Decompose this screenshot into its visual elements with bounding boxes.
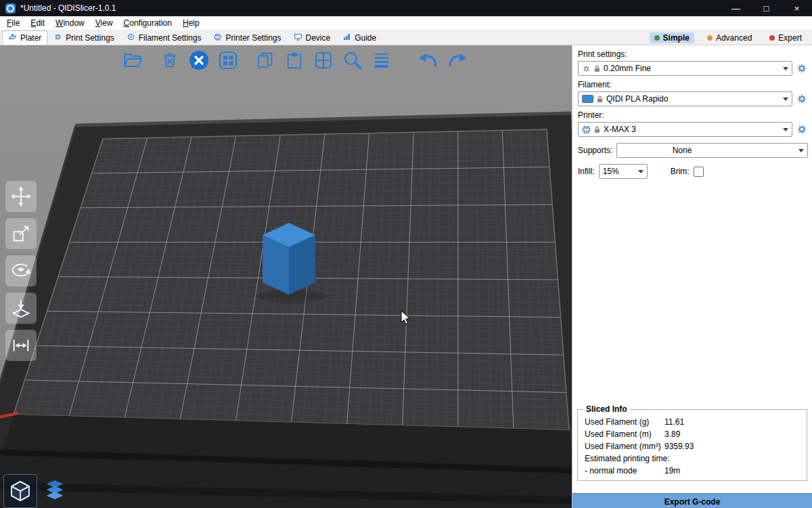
print-settings-gear-button[interactable] bbox=[796, 62, 808, 75]
layers-stack-icon bbox=[43, 479, 67, 503]
arrange-icon bbox=[217, 49, 239, 71]
gizmo-toolbar bbox=[5, 181, 37, 361]
brim-checkbox[interactable] bbox=[694, 167, 704, 177]
undo-icon bbox=[417, 49, 440, 72]
viewport-toolbar bbox=[120, 48, 470, 72]
delete-button[interactable] bbox=[158, 48, 182, 72]
tab-printer-settings[interactable]: Printer Settings bbox=[207, 30, 287, 45]
maximize-button[interactable]: □ bbox=[751, 0, 782, 16]
simple-dot-icon bbox=[654, 35, 660, 41]
menu-configuration[interactable]: Configuration bbox=[118, 16, 177, 30]
copy-button[interactable] bbox=[253, 48, 277, 72]
expert-dot-icon bbox=[769, 35, 775, 41]
move-gizmo-button[interactable] bbox=[5, 181, 37, 212]
menu-help[interactable]: Help bbox=[177, 16, 205, 30]
mode-selector: Simple Advanced Expert bbox=[650, 30, 807, 45]
mode-advanced[interactable]: Advanced bbox=[702, 33, 757, 43]
delete-all-icon bbox=[188, 49, 210, 71]
sliced-info-row: Used Filament (g) 11.61 bbox=[578, 416, 807, 428]
print-settings-combo[interactable]: 0.20mm Fine bbox=[578, 61, 792, 76]
menu-file[interactable]: File bbox=[1, 16, 25, 30]
chevron-down-icon bbox=[798, 149, 804, 152]
lock-icon bbox=[594, 126, 600, 133]
3d-editor-view-button[interactable] bbox=[4, 475, 37, 507]
mode-simple[interactable]: Simple bbox=[650, 33, 694, 43]
scale-gizmo-button[interactable] bbox=[5, 218, 37, 249]
tab-filament-settings[interactable]: Filament Settings bbox=[120, 30, 208, 45]
advanced-dot-icon bbox=[707, 35, 713, 41]
printer-label: Printer: bbox=[578, 110, 807, 120]
copy-icon bbox=[255, 50, 275, 70]
mode-expert[interactable]: Expert bbox=[765, 33, 807, 43]
supports-combo[interactable]: None bbox=[616, 143, 808, 158]
menu-view[interactable]: View bbox=[90, 16, 118, 30]
sliced-info-row: Used Filament (mm³) 9359.93 bbox=[578, 440, 807, 452]
sliced-info-row: - normal mode 19m bbox=[578, 465, 807, 477]
supports-label: Supports: bbox=[578, 146, 612, 155]
sliced-info-row: Used Filament (m) 3.89 bbox=[578, 428, 807, 440]
monitor-icon bbox=[294, 33, 302, 43]
menu-window[interactable]: Window bbox=[50, 16, 90, 30]
printer-gear-button[interactable] bbox=[796, 123, 808, 136]
qidislicer-window: *Untitled - QIDISlicer-1.0.1 — □ × File … bbox=[0, 0, 812, 508]
redo-icon bbox=[446, 49, 469, 72]
printer-combo[interactable]: X-MAX 3 bbox=[578, 122, 792, 137]
split-window-icon bbox=[313, 49, 334, 71]
search-button[interactable] bbox=[340, 48, 365, 72]
close-button[interactable]: × bbox=[782, 0, 812, 16]
lock-icon bbox=[594, 65, 600, 72]
model-cube[interactable] bbox=[263, 223, 315, 295]
cube-view-icon bbox=[9, 480, 32, 503]
measure-icon bbox=[11, 335, 31, 356]
redo-button[interactable] bbox=[445, 48, 470, 72]
place-on-face-gizmo-button[interactable] bbox=[5, 293, 37, 324]
preview-layers-button[interactable] bbox=[39, 475, 71, 507]
rotate-icon bbox=[11, 261, 31, 281]
variable-layer-height-button[interactable] bbox=[369, 48, 394, 72]
scale-icon bbox=[11, 224, 31, 244]
plater-icon bbox=[8, 33, 17, 43]
tabbar: Plater Print Settings Filament Settings … bbox=[0, 30, 812, 45]
bar-chart-icon bbox=[342, 33, 351, 43]
chevron-down-icon bbox=[783, 128, 788, 131]
open-folder-icon bbox=[122, 49, 143, 71]
filament-spool-icon bbox=[127, 33, 135, 43]
undo-button[interactable] bbox=[416, 48, 441, 72]
print-settings-label: Print settings: bbox=[578, 49, 807, 59]
printer-icon bbox=[582, 125, 591, 134]
place-on-face-icon bbox=[11, 298, 31, 318]
paste-button[interactable] bbox=[282, 48, 307, 72]
tab-print-settings[interactable]: Print Settings bbox=[47, 30, 120, 45]
chevron-down-icon bbox=[638, 170, 644, 173]
brim-label: Brim: bbox=[671, 167, 690, 176]
arrange-button[interactable] bbox=[216, 48, 240, 72]
gear-icon bbox=[796, 124, 807, 135]
chevron-down-icon bbox=[783, 98, 788, 101]
minimize-button[interactable]: — bbox=[721, 0, 751, 16]
paste-icon bbox=[284, 50, 304, 70]
lock-icon bbox=[597, 96, 603, 103]
3d-viewport[interactable] bbox=[0, 45, 572, 508]
measure-gizmo-button[interactable] bbox=[5, 330, 37, 361]
gear-icon bbox=[796, 63, 807, 74]
filament-combo[interactable]: QIDI PLA Rapido bbox=[578, 91, 792, 106]
menubar: File Edit Window View Configuration Help bbox=[0, 16, 812, 30]
infill-combo[interactable]: 15% bbox=[599, 164, 648, 179]
split-button[interactable] bbox=[311, 48, 336, 72]
titlebar: *Untitled - QIDISlicer-1.0.1 — □ × bbox=[0, 0, 812, 16]
open-file-button[interactable] bbox=[120, 48, 145, 72]
tab-device[interactable]: Device bbox=[288, 30, 337, 45]
filament-label: Filament: bbox=[578, 80, 807, 89]
gear-icon bbox=[53, 33, 62, 43]
export-gcode-button[interactable]: Export G-code bbox=[572, 493, 812, 508]
menu-edit[interactable]: Edit bbox=[25, 16, 50, 30]
rotate-gizmo-button[interactable] bbox=[5, 255, 37, 287]
layer-height-icon bbox=[371, 50, 392, 70]
view-switch bbox=[4, 475, 71, 507]
tab-guide[interactable]: Guide bbox=[336, 30, 382, 45]
gear-icon bbox=[796, 93, 807, 104]
printer-icon bbox=[213, 33, 222, 43]
tab-plater[interactable]: Plater bbox=[2, 30, 47, 45]
filament-gear-button[interactable] bbox=[796, 92, 808, 106]
delete-all-button[interactable] bbox=[187, 48, 211, 72]
